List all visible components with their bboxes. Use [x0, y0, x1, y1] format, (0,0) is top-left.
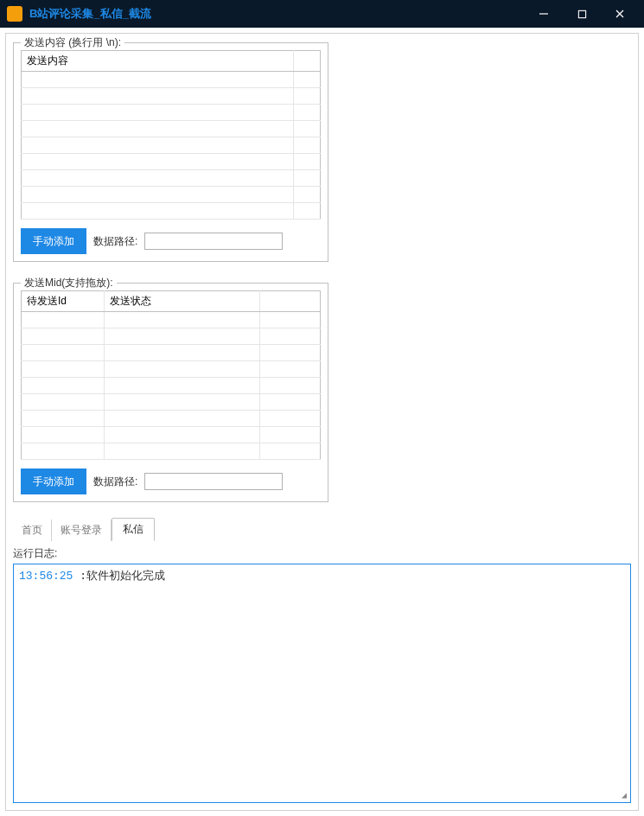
send-mid-header-id: 待发送Id [22, 291, 105, 312]
tab-dm[interactable]: 私信 [112, 518, 155, 541]
send-content-header-text: 发送内容 [22, 51, 294, 72]
send-content-table[interactable]: 发送内容 [21, 50, 321, 220]
send-mid-group: 发送Mid(支持拖放): 待发送Id 发送状态 [13, 283, 328, 502]
send-content-path-label: 数据路径: [93, 234, 137, 249]
send-mid-rows [22, 312, 321, 460]
send-content-header-spacer [294, 51, 321, 72]
main-panel: 发送内容 (换行用 \n): 发送内容 [5, 33, 639, 811]
log-label: 运行日志: [13, 546, 631, 561]
log-sep: : [73, 570, 86, 583]
close-button[interactable] [603, 2, 637, 26]
send-mid-path-input[interactable] [144, 473, 283, 490]
app-icon [7, 6, 22, 22]
send-mid-header-status: 发送状态 [105, 291, 260, 312]
log-msg: 软件初始化完成 [86, 570, 165, 583]
send-mid-header-spacer [260, 291, 321, 312]
send-content-legend: 发送内容 (换行用 \n): [21, 35, 124, 50]
log-area[interactable]: 13:56:25 :软件初始化完成 ◢ [13, 564, 631, 803]
resize-grip-icon: ◢ [622, 790, 627, 800]
tab-login[interactable]: 账号登录 [52, 520, 112, 541]
send-content-rows [22, 72, 321, 220]
tabs: 首页 账号登录 私信 [13, 518, 631, 541]
send-content-controls: 手动添加 数据路径: [21, 228, 321, 254]
svg-rect-1 [578, 10, 585, 17]
send-mid-add-button[interactable]: 手动添加 [21, 469, 86, 494]
send-content-group: 发送内容 (换行用 \n): 发送内容 [13, 42, 328, 262]
titlebar: B站评论采集_私信_截流 [0, 0, 644, 28]
maximize-button[interactable] [564, 2, 599, 26]
send-mid-controls: 手动添加 数据路径: [21, 469, 321, 494]
tab-home[interactable]: 首页 [13, 520, 52, 541]
send-mid-legend: 发送Mid(支持拖放): [21, 276, 117, 290]
send-mid-table[interactable]: 待发送Id 发送状态 [21, 290, 321, 460]
send-content-path-input[interactable] [144, 233, 283, 250]
send-content-add-button[interactable]: 手动添加 [21, 228, 86, 254]
log-line: 13:56:25 :软件初始化完成 [19, 568, 625, 583]
minimize-button[interactable] [526, 2, 561, 26]
window-body: 发送内容 (换行用 \n): 发送内容 [0, 28, 644, 816]
send-mid-path-label: 数据路径: [93, 475, 137, 489]
log-time: 13:56:25 [19, 570, 73, 583]
window-controls [526, 2, 637, 26]
window-title: B站评论采集_私信_截流 [29, 6, 526, 22]
